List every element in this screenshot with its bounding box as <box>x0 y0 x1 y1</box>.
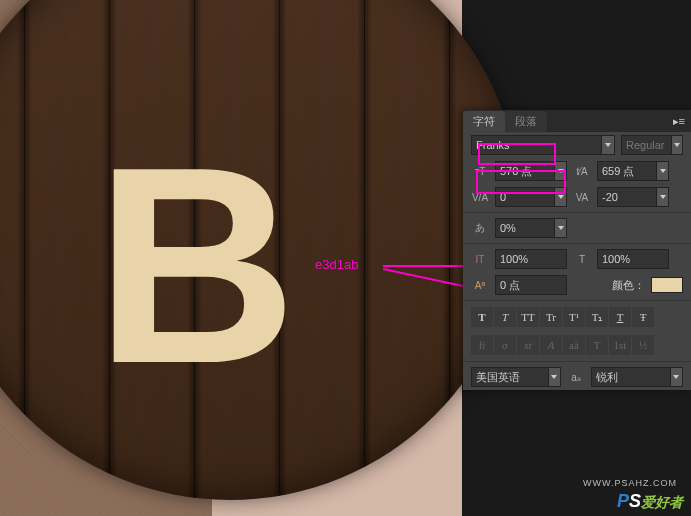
font-style-select[interactable] <box>621 135 683 155</box>
scale-icon: あ <box>471 219 489 237</box>
color-label: 颜色： <box>612 278 645 293</box>
opentype-alternates[interactable]: σ <box>494 335 516 355</box>
vert-scale-input[interactable] <box>496 253 566 265</box>
font-size-field[interactable] <box>495 161 567 181</box>
language-dropdown-icon[interactable] <box>548 368 560 386</box>
language-select[interactable] <box>471 367 561 387</box>
antialiasing-dropdown-icon[interactable] <box>670 368 682 386</box>
character-panel: 字符 段落 ▸≡ тT t⁄A V/A VA <box>463 110 691 390</box>
opentype-stylistic[interactable]: T <box>586 335 608 355</box>
annotation-color-hex: e3d1ab <box>315 257 358 272</box>
panel-menu-icon[interactable]: ▸≡ <box>667 111 691 132</box>
type-style-row-2: fi σ st A aā T 1st ½ <box>463 331 691 359</box>
baseline-field[interactable] <box>495 275 567 295</box>
antialiasing-icon: aₐ <box>567 368 585 386</box>
style-underline[interactable]: T <box>609 307 631 327</box>
text-color-swatch[interactable] <box>651 277 683 293</box>
style-smallcaps[interactable]: Tr <box>540 307 562 327</box>
kerning-input[interactable] <box>496 191 554 203</box>
font-family-select[interactable] <box>471 135 615 155</box>
style-italic[interactable]: T <box>494 307 516 327</box>
style-strikethrough[interactable]: Ŧ <box>632 307 654 327</box>
kerning-field[interactable] <box>495 187 567 207</box>
opentype-fractions[interactable]: ½ <box>632 335 654 355</box>
opentype-swash[interactable]: A <box>540 335 562 355</box>
antialiasing-input[interactable] <box>592 371 670 383</box>
opentype-discretionary[interactable]: st <box>517 335 539 355</box>
tracking-dropdown-icon[interactable] <box>656 188 668 206</box>
baseline-icon: Aª <box>471 276 489 294</box>
tracking-icon: VA <box>573 188 591 206</box>
tracking-input[interactable] <box>598 191 656 203</box>
kerning-dropdown-icon[interactable] <box>554 188 566 206</box>
opentype-ordinals[interactable]: 1st <box>609 335 631 355</box>
panel-tabs: 字符 段落 ▸≡ <box>463 110 691 132</box>
watermark-url: WWW.PSAHZ.COM <box>583 478 677 488</box>
watermark-logo: PS爱好者 <box>617 491 683 512</box>
leading-input[interactable] <box>598 165 656 177</box>
document-canvas[interactable]: B <box>0 0 462 516</box>
font-size-input[interactable] <box>496 165 554 177</box>
type-style-row-1: T T TT Tr T¹ T₁ T Ŧ <box>463 303 691 331</box>
tab-character[interactable]: 字符 <box>463 111 505 132</box>
leading-icon: t⁄A <box>573 162 591 180</box>
antialiasing-select[interactable] <box>591 367 683 387</box>
opentype-titling[interactable]: aā <box>563 335 585 355</box>
style-bold[interactable]: T <box>471 307 493 327</box>
scale-field[interactable] <box>495 218 567 238</box>
opentype-ligatures[interactable]: fi <box>471 335 493 355</box>
tracking-field[interactable] <box>597 187 669 207</box>
scale-input[interactable] <box>496 222 554 234</box>
font-family-input[interactable] <box>472 139 601 151</box>
baseline-input[interactable] <box>496 279 566 291</box>
language-input[interactable] <box>472 371 548 383</box>
style-superscript[interactable]: T¹ <box>563 307 585 327</box>
vert-scale-icon: IT <box>471 250 489 268</box>
horiz-scale-input[interactable] <box>598 253 668 265</box>
leading-field[interactable] <box>597 161 669 181</box>
style-allcaps[interactable]: TT <box>517 307 539 327</box>
tab-paragraph[interactable]: 段落 <box>505 111 547 132</box>
font-size-icon: тT <box>471 162 489 180</box>
kerning-icon: V/A <box>471 188 489 206</box>
font-style-input[interactable] <box>622 139 671 151</box>
font-style-dropdown-icon[interactable] <box>671 136 682 154</box>
text-layer-letter[interactable]: B <box>95 125 297 405</box>
font-family-dropdown-icon[interactable] <box>601 136 614 154</box>
horiz-scale-field[interactable] <box>597 249 669 269</box>
leading-dropdown-icon[interactable] <box>656 162 668 180</box>
style-subscript[interactable]: T₁ <box>586 307 608 327</box>
font-size-dropdown-icon[interactable] <box>554 162 566 180</box>
horiz-scale-icon: T <box>573 250 591 268</box>
vert-scale-field[interactable] <box>495 249 567 269</box>
scale-dropdown-icon[interactable] <box>554 219 566 237</box>
